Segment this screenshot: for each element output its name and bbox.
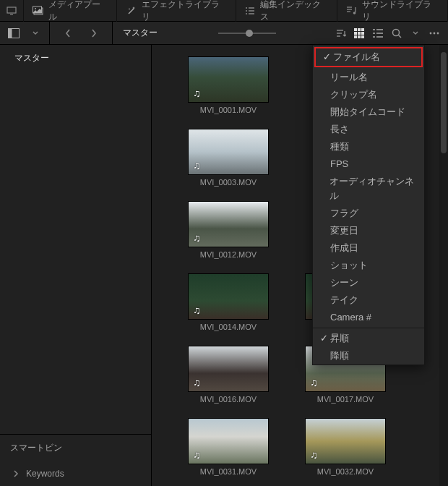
sort-option[interactable]: Camera #	[313, 309, 424, 326]
svg-point-10	[246, 13, 247, 14]
sort-option[interactable]: シーン	[313, 274, 424, 291]
sort-option-label: ファイル名	[333, 50, 380, 64]
sort-option-label: 作成日	[330, 241, 358, 255]
sort-option[interactable]: 種類	[313, 138, 424, 155]
svg-rect-23	[361, 28, 364, 31]
media-pool-label: メディアプール	[48, 0, 108, 23]
sort-option[interactable]: FPS	[313, 155, 424, 173]
nav-forward-icon[interactable]	[85, 24, 103, 43]
svg-point-15	[353, 12, 356, 14]
sort-option-label: 長さ	[330, 122, 349, 137]
bin-master[interactable]: マスター	[0, 45, 151, 72]
clip-label: MVI_0014.MOV	[188, 323, 269, 331]
sort-option[interactable]: クリップ名	[313, 86, 424, 103]
edit-index-label: 編集インデックス	[260, 0, 328, 23]
keywords-label: Keywords	[26, 469, 64, 479]
clip-item[interactable]: ♫MVI_0014.MOV	[188, 273, 269, 331]
svg-point-6	[246, 7, 247, 9]
sort-option-label: 開始タイムコード	[330, 105, 405, 119]
clip-item[interactable]: ♫MVI_0031.MOV	[188, 418, 269, 476]
clip-item[interactable]: ♫MVI_0003.MOV	[188, 129, 269, 187]
clip-label: MVI_0032.MOV	[305, 467, 386, 476]
image-stack-icon	[33, 6, 44, 16]
sort-option-filename[interactable]: ✓ ファイル名	[316, 48, 421, 66]
layout-dropdown-icon[interactable]	[26, 24, 45, 43]
sort-option[interactable]: 作成日	[313, 239, 424, 257]
sort-option-label: クリップ名	[330, 88, 377, 102]
clip-label: MVI_0003.MOV	[188, 178, 269, 187]
sort-option-label: 種類	[330, 140, 349, 154]
sort-option[interactable]: 長さ	[313, 121, 424, 138]
svg-point-39	[434, 32, 436, 34]
edit-index-tab[interactable]: 編集インデックス	[236, 0, 338, 22]
sort-option-label: Camera #	[330, 310, 371, 325]
slider-knob[interactable]	[246, 30, 253, 37]
clip-thumbnail[interactable]: ♫	[305, 418, 386, 464]
thumbnail-size-slider[interactable]	[218, 33, 276, 34]
sort-option[interactable]: テイク	[313, 291, 424, 309]
audio-icon: ♫	[193, 377, 201, 388]
svg-rect-0	[7, 7, 16, 13]
wand-icon	[126, 6, 137, 16]
sort-option-label: オーディオチャンネル	[329, 174, 418, 203]
list-icon	[245, 6, 257, 16]
grid-view-icon[interactable]	[350, 24, 369, 43]
svg-point-4	[35, 8, 36, 9]
search-icon[interactable]	[387, 24, 406, 43]
sort-option-label: FPS	[330, 157, 348, 171]
clip-item[interactable]: ♫MVI_0032.MOV	[305, 418, 386, 476]
clip-thumbnail[interactable]: ♫	[188, 418, 269, 464]
sort-option[interactable]: 開始タイムコード	[313, 103, 424, 121]
svg-rect-28	[358, 35, 361, 38]
audio-icon: ♫	[193, 449, 201, 461]
check-icon: ✓	[317, 331, 330, 346]
sort-option[interactable]: 変更日	[313, 222, 424, 239]
clip-item[interactable]: ♫MVI_0012.MOV	[188, 201, 269, 259]
svg-rect-34	[373, 36, 375, 38]
sort-menu: ✓ ファイル名 リール名クリップ名開始タイムコード長さ種類FPSオーディオチャン…	[312, 45, 425, 365]
svg-point-8	[246, 10, 247, 12]
sort-icon[interactable]	[331, 24, 350, 43]
sort-option[interactable]: ショット	[313, 257, 424, 274]
list-view-icon[interactable]	[369, 24, 387, 43]
effects-lib-tab[interactable]: エフェクトライブラリ	[117, 0, 236, 22]
clip-item[interactable]: ♫MVI_0001.MOV	[188, 56, 269, 114]
sort-option[interactable]: リール名	[313, 69, 424, 86]
top-tabs: メディアプール エフェクトライブラリ 編集インデックス サウンドライブラリ	[0, 0, 448, 22]
clip-thumbnail[interactable]: ♫	[188, 273, 269, 320]
more-icon[interactable]	[425, 24, 444, 43]
sidebar-layout-icon[interactable]	[4, 24, 23, 43]
svg-rect-30	[373, 29, 375, 30]
smartbin-keywords[interactable]: Keywords	[0, 461, 151, 486]
scrollbar[interactable]	[439, 45, 448, 486]
audio-icon: ♫	[310, 449, 318, 461]
sort-option-label: 変更日	[330, 223, 358, 238]
audio-icon: ♫	[193, 232, 201, 244]
svg-rect-29	[361, 35, 364, 38]
sort-option-label: リール名	[330, 70, 368, 85]
sort-order-asc-label: 昇順	[330, 331, 349, 346]
svg-rect-17	[9, 28, 12, 38]
clip-item[interactable]: ♫MVI_0016.MOV	[188, 346, 269, 404]
search-dropdown-icon[interactable]	[406, 24, 425, 43]
sort-order-asc[interactable]: ✓ 昇順	[313, 330, 424, 347]
monitor-icon-tab[interactable]	[0, 0, 24, 22]
sort-option[interactable]: オーディオチャンネル	[313, 173, 424, 205]
media-pool-tab[interactable]: メディアプール	[24, 0, 117, 22]
clip-thumbnail[interactable]: ♫	[188, 129, 269, 175]
clip-thumbnail[interactable]: ♫	[188, 346, 269, 392]
clip-label: MVI_0001.MOV	[188, 106, 269, 114]
clip-thumbnail[interactable]: ♫	[188, 201, 269, 247]
sort-order-desc[interactable]: 降順	[313, 347, 424, 364]
scrollbar-thumb[interactable]	[441, 52, 447, 153]
smartbin-header: スマートビン	[0, 434, 151, 461]
sound-lib-tab[interactable]: サウンドライブラリ	[337, 0, 448, 22]
sort-option[interactable]: フラグ	[313, 205, 424, 222]
clip-label: MVI_0012.MOV	[188, 250, 269, 259]
svg-rect-21	[354, 28, 357, 31]
svg-line-37	[399, 35, 402, 38]
nav-back-icon[interactable]	[59, 24, 77, 43]
clip-thumbnail[interactable]: ♫	[188, 56, 269, 103]
svg-rect-22	[358, 28, 361, 31]
svg-rect-24	[354, 32, 357, 35]
